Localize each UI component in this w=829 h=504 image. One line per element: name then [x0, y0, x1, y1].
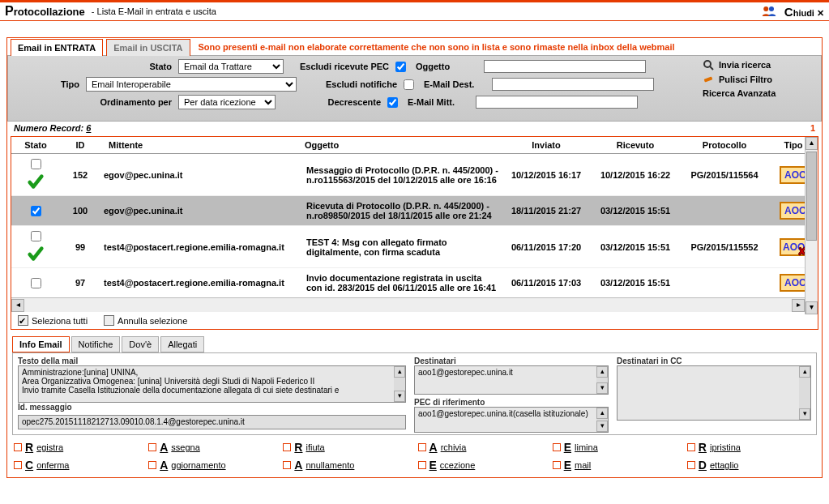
scroll-down-icon[interactable]: ▾: [596, 382, 608, 394]
square-icon: [148, 443, 156, 451]
ricerca-avanzata-button[interactable]: Ricerca Avanzata: [703, 88, 816, 98]
row-checkbox[interactable]: [31, 206, 41, 216]
cell-inviato: 06/11/2015 17:20: [502, 226, 591, 268]
tipo-badge: AOO: [780, 166, 807, 184]
action-elimina-button[interactable]: Elimina: [553, 440, 681, 455]
scroll-up-icon[interactable]: ▴: [596, 366, 608, 378]
col-stato[interactable]: Stato: [11, 137, 60, 154]
app-title: Protocollazione: [5, 4, 85, 19]
col-ricevuto[interactable]: Ricevuto: [591, 137, 680, 154]
tab-dove[interactable]: Dov'è: [122, 336, 159, 352]
action-annullamento-button[interactable]: Annullamento: [283, 458, 411, 472]
action-registra-button[interactable]: Registra: [14, 440, 142, 455]
tipo-badge: AOO: [780, 202, 807, 220]
horizontal-scrollbar[interactable]: ◂ ▸: [11, 297, 818, 312]
cell-mittente: test4@postacert.regione.emilia-romagna.i…: [100, 226, 303, 268]
action-email-button[interactable]: Email: [553, 458, 681, 472]
square-icon: [553, 461, 561, 469]
scroll-down-icon[interactable]: ▾: [596, 421, 608, 432]
scroll-down-icon[interactable]: ▾: [394, 391, 405, 402]
uncheck-all-icon: [104, 315, 114, 326]
cell-mittente: egov@pec.unina.it: [100, 196, 303, 226]
email-dest-label: E-Mail Dest.: [424, 79, 489, 89]
cell-id: 100: [60, 196, 100, 226]
cell-protocollo: PG/2015/115564: [680, 154, 769, 196]
oggetto-input[interactable]: [484, 60, 646, 73]
table-row[interactable]: 97test4@postacert.regione.emilia-romagna…: [11, 268, 818, 298]
subtitle: - Lista E-Mail in entrata e uscita: [92, 6, 216, 16]
table-row[interactable]: 99test4@postacert.regione.emilia-romagna…: [11, 226, 818, 268]
destinatari-value[interactable]: aoo1@gestorepec.unina.it ▴▾: [414, 365, 609, 395]
pulisci-filtro-button[interactable]: Pulisci Filtro: [703, 74, 816, 85]
cell-protocollo: [680, 268, 769, 298]
invia-ricerca-button[interactable]: Invia ricerca: [703, 59, 816, 70]
seleziona-tutti-button[interactable]: ✔ Seleziona tutti: [18, 315, 88, 326]
ordinamento-select[interactable]: Per data ricezione: [178, 95, 276, 109]
square-icon: [283, 461, 291, 469]
scroll-up-icon[interactable]: ▴: [805, 137, 818, 150]
scroll-up-icon[interactable]: ▴: [596, 408, 608, 419]
col-oggetto[interactable]: Oggetto: [303, 137, 502, 154]
svg-point-2: [704, 61, 711, 67]
scroll-left-icon[interactable]: ◂: [11, 299, 24, 312]
action-ripristina-button[interactable]: Ripristina: [687, 440, 815, 455]
email-mitt-input[interactable]: [476, 96, 638, 109]
cell-id: 152: [60, 154, 100, 196]
square-icon: [14, 443, 22, 451]
stato-select[interactable]: Email da Trattare: [178, 59, 284, 74]
action-rifiuta-button[interactable]: Rifiuta: [283, 440, 411, 455]
annulla-selezione-button[interactable]: Annulla selezione: [104, 315, 187, 326]
record-count-label: Numero Record: 6: [14, 123, 91, 133]
filter-bar: Stato Email da Trattare Escludi ricevute…: [7, 55, 822, 122]
action-archivia-button[interactable]: Archivia: [418, 440, 546, 455]
table-row[interactable]: 100egov@pec.unina.itRicevuta di Protocol…: [11, 196, 818, 226]
escludi-pec-label: Escludi ricevute PEC: [287, 62, 392, 71]
action-aggiornamento-button[interactable]: Aggiornamento: [148, 458, 276, 472]
col-protocollo[interactable]: Protocollo: [680, 137, 769, 154]
close-button[interactable]: Chiudi ✕: [784, 5, 824, 19]
tab-notifiche[interactable]: Notifiche: [71, 336, 121, 352]
action-conferma-button[interactable]: Conferma: [14, 458, 142, 472]
title-bar: Protocollazione - Lista E-Mail in entrat…: [0, 0, 829, 21]
pec-riferimento-value[interactable]: aoo1@gestorepec.unina.it(casella istituz…: [414, 407, 609, 433]
scroll-up-icon[interactable]: ▴: [394, 366, 405, 378]
testo-mail-value[interactable]: Amministrazione:[unina] UNINA, Area Orga…: [18, 365, 406, 403]
col-id[interactable]: ID: [60, 137, 100, 154]
email-grid: Stato ID Mittente Oggetto Inviato Ricevu…: [11, 136, 818, 330]
row-checkbox[interactable]: [31, 278, 41, 288]
col-mittente[interactable]: Mittente: [100, 137, 303, 154]
action-eccezione-button[interactable]: Eccezione: [418, 458, 546, 472]
vertical-scrollbar[interactable]: ▴ ▾: [805, 137, 818, 314]
scroll-up-icon[interactable]: ▴: [799, 366, 810, 378]
email-mitt-label: E-Mail Mitt.: [408, 97, 472, 107]
scroll-thumb[interactable]: [806, 152, 817, 241]
escludi-notifiche-checkbox[interactable]: [404, 79, 414, 90]
page-number: 1: [810, 123, 815, 133]
svg-point-1: [769, 6, 774, 11]
row-checkbox[interactable]: [31, 231, 41, 241]
scroll-down-icon[interactable]: ▾: [799, 408, 810, 420]
action-dettaglio-button[interactable]: Dettaglio: [687, 458, 815, 472]
table-row[interactable]: 152egov@pec.unina.itMessaggio di Protoco…: [11, 154, 818, 196]
decrescente-checkbox[interactable]: [387, 97, 398, 108]
email-dest-input[interactable]: [492, 78, 654, 91]
cell-mittente: test4@postacert.regione.emilia-romagna.i…: [100, 268, 303, 298]
action-assegna-button[interactable]: Assegna: [148, 440, 276, 455]
destinatari-cc-value[interactable]: ▴▾: [617, 365, 811, 421]
users-icon[interactable]: [762, 6, 776, 17]
tipo-label: Tipo: [13, 79, 83, 89]
tipo-badge: AOO: [780, 274, 807, 292]
row-checkbox[interactable]: [31, 159, 41, 169]
svg-line-3: [710, 66, 713, 70]
tab-info-email[interactable]: Info Email: [12, 336, 70, 352]
square-icon: [148, 461, 156, 469]
tab-email-entrata[interactable]: Email in ENTRATA: [11, 39, 103, 56]
tab-email-uscita[interactable]: Email in USCITA: [106, 39, 190, 56]
tab-allegati[interactable]: Allegati: [160, 336, 204, 352]
scroll-down-icon[interactable]: ▾: [805, 301, 818, 314]
cell-oggetto: Invio documentazione registrata in uscit…: [303, 268, 502, 298]
escludi-pec-checkbox[interactable]: [395, 62, 406, 72]
tipo-select[interactable]: Email Interoperabile: [86, 77, 297, 92]
scroll-right-icon[interactable]: ▸: [792, 299, 805, 312]
col-inviato[interactable]: Inviato: [502, 137, 591, 154]
